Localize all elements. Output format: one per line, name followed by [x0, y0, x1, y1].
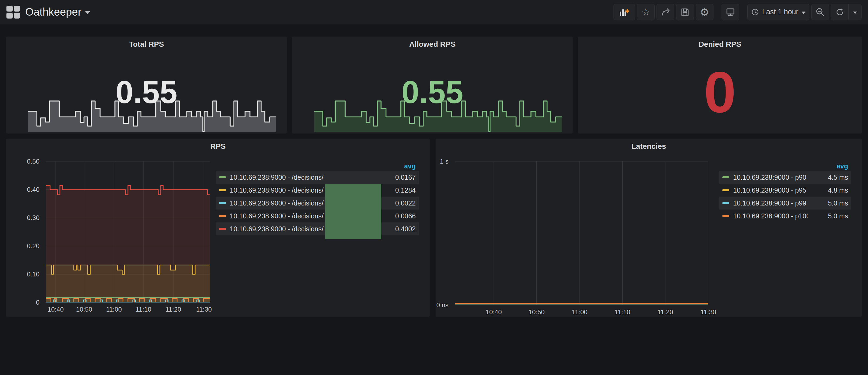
x-axis-tick-label: 11:20	[658, 308, 673, 316]
series-name[interactable]: 10.10.69.238:9000 - p90	[733, 174, 808, 181]
settings-button[interactable]: ⚙	[696, 4, 713, 21]
legend-row[interactable]: 10.10.69.238:9000 - /decisions/ 0.1284	[216, 184, 419, 197]
panel-total-rps: Total RPS 0.55	[6, 36, 287, 134]
series-color-swatch	[219, 215, 226, 217]
x-axis-tick-label: 11:00	[106, 306, 122, 313]
series-name[interactable]: 10.10.69.238:9000 - /decisions/	[230, 174, 375, 181]
series-name[interactable]: 10.10.69.238:9000 - p100	[733, 212, 808, 220]
save-button[interactable]	[676, 4, 694, 21]
zoom-out-button[interactable]	[811, 4, 829, 21]
panel-allowed-rps: Allowed RPS 0.55	[292, 36, 573, 134]
latencies-y-axis: 1 s0 ns	[436, 161, 452, 305]
series-color-swatch	[722, 189, 729, 191]
legend-row[interactable]: 10.10.69.238:9000 - p95 4.8 ms	[719, 184, 851, 197]
y-axis-tick-label: 0.10	[27, 271, 39, 278]
legend-row[interactable]: 10.10.69.238:9000 - /decisions/ 0.0022	[216, 197, 419, 210]
y-axis-tick-label: 0.30	[27, 214, 39, 222]
x-axis-tick-label: 10:50	[76, 306, 92, 313]
star-button[interactable]: ☆	[637, 4, 655, 21]
rps-x-axis: 10:4010:5011:0011:1011:2011:30	[46, 306, 210, 314]
series-avg-value: 0.0066	[375, 212, 416, 220]
dashboard-title-dropdown[interactable]: Oathkeeper	[25, 6, 90, 18]
series-avg-value: 0.0167	[375, 174, 416, 181]
chevron-down-icon	[85, 11, 90, 14]
series-avg-value: 4.5 ms	[808, 174, 848, 181]
series-avg-value: 0.4002	[375, 225, 416, 233]
refresh-button[interactable]	[831, 4, 848, 20]
monitor-icon	[726, 7, 735, 17]
legend-avg-header[interactable]: avg	[719, 161, 851, 171]
zoom-out-icon	[815, 7, 825, 17]
series-color-swatch	[722, 202, 729, 204]
x-axis-tick-label: 11:10	[136, 306, 151, 313]
chevron-down-icon	[853, 11, 857, 14]
navbar: Oathkeeper ☆	[0, 0, 868, 24]
series-color-swatch	[219, 202, 226, 204]
legend-row[interactable]: 10.10.69.238:9000 - /decisions/ 0.4002	[216, 222, 419, 235]
add-panel-button[interactable]	[614, 4, 635, 21]
stat-value-denied-rps: 0	[578, 63, 862, 121]
cycle-view-button[interactable]	[721, 4, 739, 21]
series-name[interactable]: 10.10.69.238:9000 - p99	[733, 199, 808, 207]
save-icon	[680, 7, 689, 17]
legend-row[interactable]: 10.10.69.238:9000 - p99 5.0 ms	[719, 197, 851, 210]
series-color-swatch	[219, 189, 226, 191]
y-axis-tick-label: 0.20	[27, 242, 39, 250]
star-icon: ☆	[642, 7, 650, 17]
legend-row[interactable]: 10.10.69.238:9000 - p100 5.0 ms	[719, 210, 851, 222]
panel-denied-rps: Denied RPS 0	[578, 36, 862, 134]
series-color-swatch	[219, 228, 226, 230]
legend-row[interactable]: 10.10.69.238:9000 - /decisions/ 0.0066	[216, 210, 419, 222]
series-avg-value: 4.8 ms	[808, 186, 848, 194]
series-color-swatch	[722, 176, 729, 178]
rps-legend: avg 10.10.69.238:9000 - /decisions/ 0.01…	[216, 161, 419, 235]
stat-value-allowed-rps: 0.55	[292, 76, 573, 108]
series-color-swatch	[722, 215, 729, 217]
x-axis-tick-label: 11:30	[196, 306, 212, 313]
panel-latencies-graph: Latencies 1 s0 ns 10:4010:5011:0011:1011…	[435, 138, 862, 317]
x-axis-tick-label: 11:00	[572, 308, 587, 316]
panel-title-allowed-rps[interactable]: Allowed RPS	[292, 40, 573, 49]
series-color-swatch	[219, 176, 226, 178]
series-avg-value: 5.0 ms	[808, 212, 848, 220]
rps-plot-area[interactable]	[46, 161, 210, 303]
time-picker-button[interactable]: Last 1 hour	[747, 4, 809, 21]
rps-y-axis: 0.500.400.300.200.100	[6, 161, 43, 303]
legend-row[interactable]: 10.10.69.238:9000 - /decisions/ 0.0167	[216, 171, 419, 184]
panel-title-total-rps[interactable]: Total RPS	[6, 40, 287, 49]
latencies-plot-area[interactable]	[455, 161, 708, 305]
y-axis-tick-label: 0.50	[27, 158, 39, 165]
series-avg-value: 5.0 ms	[808, 199, 848, 207]
x-axis-tick-label: 10:40	[48, 306, 64, 313]
share-button[interactable]	[656, 4, 674, 21]
x-axis-tick-label: 11:10	[615, 308, 630, 316]
page-title: Oathkeeper	[25, 6, 82, 18]
redaction-overlay	[325, 184, 381, 239]
clock-icon	[751, 8, 759, 16]
panel-title-rps[interactable]: RPS	[6, 142, 430, 151]
y-axis-tick-label: 0.40	[27, 186, 39, 193]
y-axis-tick-label: 0	[36, 299, 39, 306]
legend-row[interactable]: 10.10.69.238:9000 - p90 4.5 ms	[719, 171, 851, 184]
refresh-interval-dropdown[interactable]	[848, 4, 861, 20]
navbar-right: ☆ ⚙	[612, 4, 862, 21]
dashboards-grid-icon[interactable]	[6, 6, 20, 19]
share-icon	[661, 7, 670, 17]
navbar-left: Oathkeeper	[6, 6, 90, 19]
legend-avg-header[interactable]: avg	[216, 161, 419, 171]
stat-value-total-rps: 0.55	[6, 76, 287, 108]
panel-rps-graph: RPS 0.500.400.300.200.100 10:4010:5011:0…	[6, 138, 430, 317]
latencies-x-axis: 10:4010:5011:0011:1011:2011:30	[455, 308, 708, 316]
series-avg-value: 0.0022	[375, 199, 416, 207]
x-axis-tick-label: 11:20	[165, 306, 181, 313]
x-axis-tick-label: 10:40	[486, 308, 502, 316]
y-axis-tick-label: 0 ns	[436, 302, 448, 309]
grafana-dashboard: Oathkeeper ☆	[0, 0, 868, 375]
x-axis-tick-label: 10:50	[529, 308, 545, 316]
refresh-icon	[835, 8, 844, 17]
add-panel-icon	[619, 7, 630, 17]
series-name[interactable]: 10.10.69.238:9000 - p95	[733, 186, 808, 194]
panel-title-latencies[interactable]: Latencies	[436, 142, 862, 151]
panel-title-denied-rps[interactable]: Denied RPS	[578, 40, 862, 49]
refresh-button-group	[831, 4, 862, 21]
